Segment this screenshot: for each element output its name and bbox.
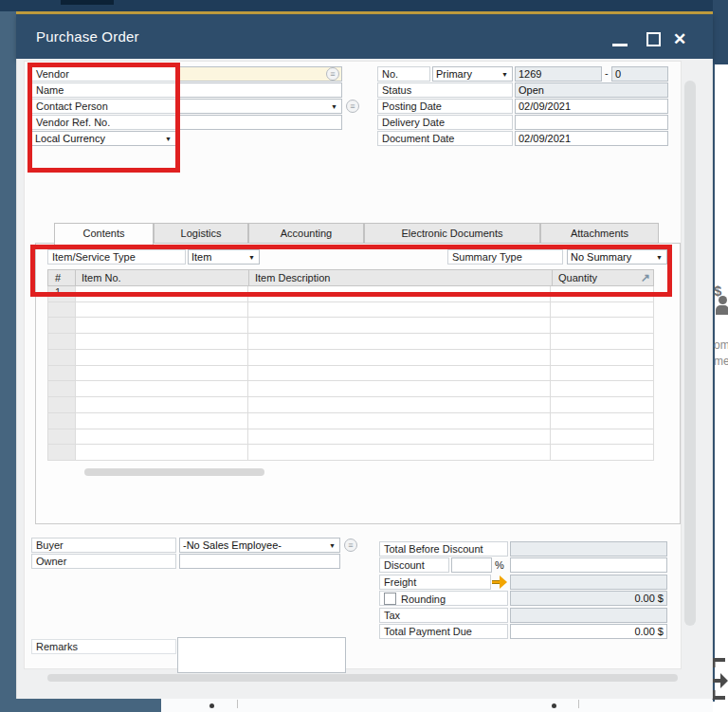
discount-percent-field[interactable]	[451, 557, 492, 573]
table-cell-quantity[interactable]	[551, 286, 653, 301]
status-field: Open	[515, 82, 668, 98]
table-cell-num[interactable]	[48, 366, 76, 381]
currency-dropdown[interactable]: Local Currency ▼	[31, 131, 176, 146]
table-row[interactable]	[47, 397, 654, 413]
table-cell-num[interactable]	[48, 318, 76, 333]
table-cell-item_no[interactable]	[76, 413, 248, 429]
table-cell-item_no[interactable]	[76, 445, 248, 460]
vertical-scrollbar-thumb[interactable]	[684, 81, 696, 626]
table-cell-description[interactable]	[248, 413, 551, 429]
table-cell-quantity[interactable]	[551, 334, 653, 349]
owner-field[interactable]	[179, 554, 340, 569]
table-row[interactable]	[47, 334, 654, 350]
minimize-button[interactable]	[612, 44, 628, 46]
table-row[interactable]	[47, 445, 654, 461]
table-cell-item_no[interactable]	[76, 286, 248, 301]
table-cell-item_no[interactable]	[76, 397, 248, 412]
table-cell-description[interactable]	[248, 397, 551, 412]
tab-logistics[interactable]: Logistics	[154, 223, 248, 244]
remarks-field[interactable]	[177, 637, 346, 673]
buyer-dropdown[interactable]: -No Sales Employee- ▼	[179, 538, 340, 553]
posting-date-field[interactable]: 02/09/2021	[515, 99, 668, 114]
column-header-item-description[interactable]: Item Description	[249, 270, 553, 285]
item-service-type-dropdown[interactable]: Item ▼	[188, 249, 260, 265]
table-cell-quantity[interactable]	[551, 318, 653, 333]
name-field[interactable]	[179, 82, 342, 98]
table-cell-num[interactable]	[48, 350, 76, 365]
tab-attachments[interactable]: Attachments	[540, 223, 659, 244]
freight-link-arrow-icon[interactable]	[492, 580, 500, 584]
table-cell-item_no[interactable]	[76, 302, 248, 318]
table-cell-num[interactable]	[48, 334, 76, 349]
choose-from-list-icon[interactable]: ≡	[326, 67, 339, 81]
table-cell-quantity[interactable]	[551, 397, 653, 412]
table-row[interactable]	[47, 413, 654, 429]
column-header-row-number[interactable]: #	[48, 270, 76, 285]
choose-from-list-icon[interactable]: ≡	[346, 100, 359, 113]
vendor-ref-field[interactable]	[179, 115, 342, 130]
contact-person-dropdown[interactable]: ▼	[179, 99, 342, 114]
hand-number-field[interactable]: 0	[611, 66, 668, 82]
table-cell-quantity[interactable]	[551, 429, 653, 445]
column-header-quantity[interactable]: Quantity	[553, 270, 653, 285]
table-row[interactable]: 1	[47, 286, 654, 302]
table-cell-quantity[interactable]	[551, 366, 653, 381]
table-cell-description[interactable]	[248, 429, 551, 445]
table-cell-item_no[interactable]	[76, 381, 248, 396]
table-cell-num[interactable]: 1	[48, 286, 76, 301]
table-cell-description[interactable]	[248, 334, 551, 349]
percent-sign: %	[495, 559, 504, 571]
table-cell-quantity[interactable]	[551, 302, 653, 318]
delivery-date-field[interactable]	[515, 115, 668, 130]
table-cell-description[interactable]	[248, 286, 551, 301]
table-row[interactable]	[47, 381, 654, 397]
table-cell-item_no[interactable]	[76, 350, 248, 365]
table-cell-description[interactable]	[248, 445, 551, 460]
table-cell-quantity[interactable]	[551, 413, 653, 429]
table-cell-item_no[interactable]	[76, 318, 248, 333]
table-cell-num[interactable]	[48, 397, 76, 412]
discount-amount-field[interactable]	[510, 557, 667, 573]
document-date-field[interactable]: 02/09/2021	[515, 131, 668, 146]
maximize-button[interactable]	[646, 32, 661, 46]
table-cell-item_no[interactable]	[76, 429, 248, 445]
vendor-field[interactable]	[179, 66, 342, 82]
table-cell-description[interactable]	[248, 350, 551, 365]
table-cell-num[interactable]	[48, 302, 76, 318]
table-cell-quantity[interactable]	[551, 445, 653, 460]
table-cell-description[interactable]	[248, 318, 551, 333]
table-cell-num[interactable]	[48, 445, 76, 460]
window-titlebar[interactable]: Purchase Order ✕	[16, 14, 713, 59]
background-diagram-dot	[552, 703, 556, 708]
table-row[interactable]	[47, 318, 654, 334]
horizontal-scrollbar-thumb[interactable]	[47, 674, 678, 682]
table-cell-item_no[interactable]	[76, 334, 248, 349]
tab-contents[interactable]: Contents	[54, 223, 154, 245]
table-row[interactable]	[47, 429, 654, 446]
table-cell-description[interactable]	[248, 381, 551, 396]
column-header-item-no[interactable]: Item No.	[76, 270, 249, 285]
choose-from-list-icon[interactable]: ≡	[344, 539, 357, 552]
table-cell-num[interactable]	[48, 429, 76, 445]
tab-electronic-documents[interactable]: Electronic Documents	[364, 223, 540, 244]
tab-accounting[interactable]: Accounting	[248, 223, 364, 244]
table-cell-description[interactable]	[248, 302, 551, 318]
rounding-checkbox[interactable]	[384, 593, 396, 605]
expand-grid-icon[interactable]: ↗	[641, 271, 654, 284]
table-row[interactable]	[47, 366, 654, 382]
close-button[interactable]: ✕	[673, 29, 686, 49]
doc-number-field[interactable]: 1269	[515, 66, 602, 82]
table-row[interactable]	[47, 302, 654, 319]
table-cell-item_no[interactable]	[76, 366, 248, 381]
table-cell-num[interactable]	[48, 413, 76, 429]
series-dropdown[interactable]: Primary ▼	[432, 66, 513, 82]
table-row[interactable]	[47, 350, 654, 366]
table-cell-description[interactable]	[248, 366, 551, 381]
table-cell-num[interactable]	[48, 381, 76, 396]
freight-link-arrow-icon[interactable]	[500, 575, 507, 589]
table-cell-quantity[interactable]	[551, 350, 653, 365]
remarks-label: Remarks	[31, 639, 176, 654]
table-cell-quantity[interactable]	[551, 381, 653, 396]
grid-horizontal-scrollbar-thumb[interactable]	[84, 468, 264, 476]
summary-type-dropdown[interactable]: No Summary ▼	[567, 249, 667, 265]
